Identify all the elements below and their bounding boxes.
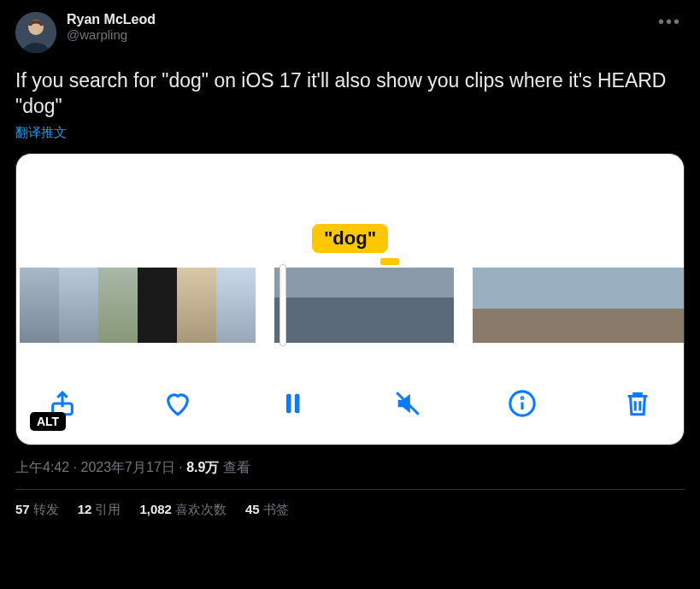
tweet-meta: 上午4:42 · 2023年7月17日 · 8.9万 查看 <box>15 459 685 477</box>
clip-thumbnails[interactable] <box>274 268 454 343</box>
bookmarks-stat[interactable]: 45书签 <box>245 502 289 518</box>
translate-link[interactable]: 翻译推文 <box>15 125 685 141</box>
clip-thumbnails[interactable] <box>20 268 256 343</box>
alt-badge[interactable]: ALT <box>30 412 66 431</box>
retweets-stat[interactable]: 57转发 <box>15 502 59 518</box>
search-highlight-badge: "dog" <box>312 224 388 253</box>
tweet-text: If you search for "dog" on iOS 17 it'll … <box>15 68 685 120</box>
svg-rect-3 <box>286 393 291 413</box>
heart-icon[interactable] <box>161 386 195 421</box>
video-scrubber[interactable] <box>16 268 684 343</box>
mute-icon[interactable] <box>391 386 425 421</box>
views-label: 查看 <box>223 460 250 474</box>
playhead[interactable] <box>279 264 286 346</box>
pause-icon[interactable] <box>275 386 309 421</box>
tweet-date[interactable]: 2023年7月17日 <box>80 460 174 474</box>
author-name[interactable]: Ryan McLeod <box>67 12 644 27</box>
author-handle[interactable]: @warpling <box>67 27 644 42</box>
quotes-stat[interactable]: 12引用 <box>78 502 121 518</box>
svg-rect-4 <box>295 393 300 413</box>
svg-point-8 <box>522 398 523 398</box>
views-count[interactable]: 8.9万 <box>186 460 219 474</box>
trash-icon[interactable] <box>621 386 655 421</box>
avatar[interactable] <box>15 12 56 53</box>
more-icon[interactable]: ••• <box>655 12 685 32</box>
media-attachment[interactable]: "dog" <box>15 153 685 445</box>
likes-stat[interactable]: 1,082喜欢次数 <box>139 502 226 518</box>
highlight-marker <box>380 258 399 265</box>
clip-thumbnails[interactable] <box>473 268 685 343</box>
tweet-time[interactable]: 上午4:42 <box>15 460 69 474</box>
info-icon[interactable] <box>505 386 539 421</box>
